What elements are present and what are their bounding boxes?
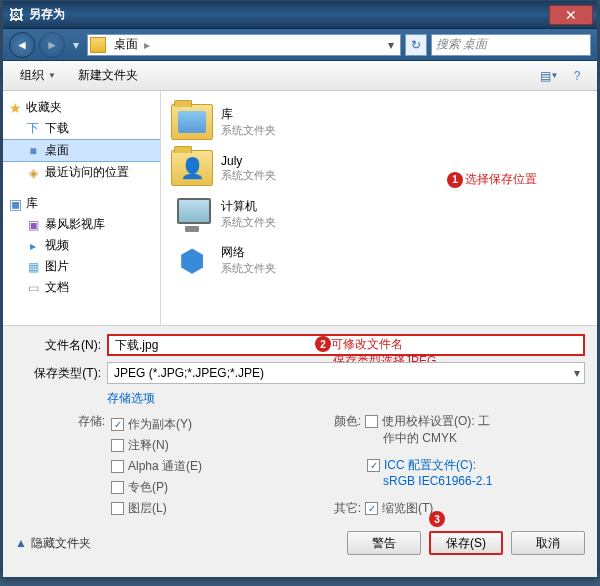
window-title: 另存为 <box>29 6 549 23</box>
refresh-button[interactable]: ↻ <box>405 34 427 56</box>
sidebar-item[interactable]: ▭文档 <box>3 277 160 298</box>
breadcrumb-separator: ▸ <box>142 38 152 52</box>
address-bar[interactable]: 桌面 ▸ ▾ <box>87 34 401 56</box>
forward-button[interactable]: ► <box>39 32 65 58</box>
annotation-3: 3 <box>429 511 445 527</box>
sidebar-item[interactable]: 下下载 <box>3 118 160 139</box>
breadcrumb[interactable]: 桌面 <box>110 36 142 53</box>
chevron-down-icon: ▾ <box>574 366 580 380</box>
filename-label: 文件名(N): <box>15 337 101 354</box>
save-form: 文件名(N): 下载.jpg 2可修改文件名 保存类型选择JPEG 保存类型(T… <box>3 325 597 563</box>
titlebar: 🖼 另存为 ✕ <box>3 1 597 29</box>
annotation-1: 1选择保存位置 <box>447 171 537 188</box>
back-button[interactable]: ◄ <box>9 32 35 58</box>
save-button[interactable]: 保存(S) <box>429 531 503 555</box>
history-dropdown[interactable]: ▾ <box>69 35 83 55</box>
option-checkbox[interactable] <box>111 460 124 473</box>
computer-icon <box>171 196 213 232</box>
sidebar-favorites-header[interactable]: ★ 收藏夹 <box>3 97 160 118</box>
warning-button[interactable]: 警告 <box>347 531 421 555</box>
address-dropdown[interactable]: ▾ <box>384 38 398 52</box>
cancel-button[interactable]: 取消 <box>511 531 585 555</box>
save-as-dialog: 🖼 另存为 ✕ ◄ ► ▾ 桌面 ▸ ▾ ↻ 搜索 桌面 组织▼ 新建文件夹 ▤… <box>2 0 598 578</box>
item-icon: ◈ <box>25 166 41 180</box>
sidebar-item[interactable]: ▦图片 <box>3 256 160 277</box>
sidebar-libraries-header[interactable]: ▣ 库 <box>3 193 160 214</box>
option-checkbox[interactable] <box>111 481 124 494</box>
filetype-select[interactable]: JPEG (*.JPG;*.JPEG;*.JPE) ▾ <box>107 362 585 384</box>
storage-options-link[interactable]: 存储选项 <box>107 390 155 407</box>
library-folder-icon <box>171 104 213 140</box>
sidebar: ★ 收藏夹 下下载■桌面◈最近访问的位置 ▣ 库 ▣暴风影视库▸视频▦图片▭文档 <box>3 91 161 325</box>
close-button[interactable]: ✕ <box>549 5 593 25</box>
star-icon: ★ <box>9 100 22 116</box>
item-icon: ▭ <box>25 281 41 295</box>
item-icon: ▸ <box>25 239 41 253</box>
list-item[interactable]: 库系统文件夹 <box>165 99 593 145</box>
sidebar-item[interactable]: ◈最近访问的位置 <box>3 162 160 183</box>
option-checkbox[interactable] <box>111 502 124 515</box>
item-icon: ▣ <box>25 218 41 232</box>
sidebar-item[interactable]: ▸视频 <box>3 235 160 256</box>
icc-profile-link[interactable]: ICC 配置文件(C): <box>384 457 476 474</box>
list-item[interactable]: ⬢网络系统文件夹 <box>165 237 593 283</box>
nav-bar: ◄ ► ▾ 桌面 ▸ ▾ ↻ 搜索 桌面 <box>3 29 597 61</box>
library-icon: ▣ <box>9 196 22 212</box>
item-icon: ■ <box>25 144 41 158</box>
app-icon: 🖼 <box>9 7 23 23</box>
network-icon: ⬢ <box>171 242 213 278</box>
icc-checkbox[interactable]: ✓ <box>367 459 380 472</box>
item-icon: ▦ <box>25 260 41 274</box>
file-browser: ★ 收藏夹 下下载■桌面◈最近访问的位置 ▣ 库 ▣暴风影视库▸视频▦图片▭文档… <box>3 91 597 325</box>
item-icon: 下 <box>25 122 41 136</box>
view-button[interactable]: ▤▼ <box>537 65 561 87</box>
chevron-up-icon: ▲ <box>15 536 27 550</box>
location-icon <box>90 37 106 53</box>
help-button[interactable]: ? <box>565 65 589 87</box>
toolbar: 组织▼ 新建文件夹 ▤▼ ? <box>3 61 597 91</box>
sidebar-item[interactable]: ▣暴风影视库 <box>3 214 160 235</box>
organize-button[interactable]: 组织▼ <box>11 63 65 88</box>
hide-folders-toggle[interactable]: ▲ 隐藏文件夹 <box>15 535 91 552</box>
option-checkbox[interactable] <box>111 439 124 452</box>
sidebar-item[interactable]: ■桌面 <box>3 139 160 162</box>
option-checkbox[interactable]: ✓ <box>111 418 124 431</box>
user-folder-icon <box>171 150 213 186</box>
file-list[interactable]: 库系统文件夹July系统文件夹计算机系统文件夹⬢网络系统文件夹 1选择保存位置 <box>161 91 597 325</box>
search-input[interactable]: 搜索 桌面 <box>431 34 591 56</box>
filetype-label: 保存类型(T): <box>15 365 101 382</box>
thumbnail-checkbox[interactable]: ✓ <box>365 502 378 515</box>
new-folder-button[interactable]: 新建文件夹 <box>69 63 147 88</box>
list-item[interactable]: 计算机系统文件夹 <box>165 191 593 237</box>
proof-checkbox[interactable] <box>365 415 378 428</box>
